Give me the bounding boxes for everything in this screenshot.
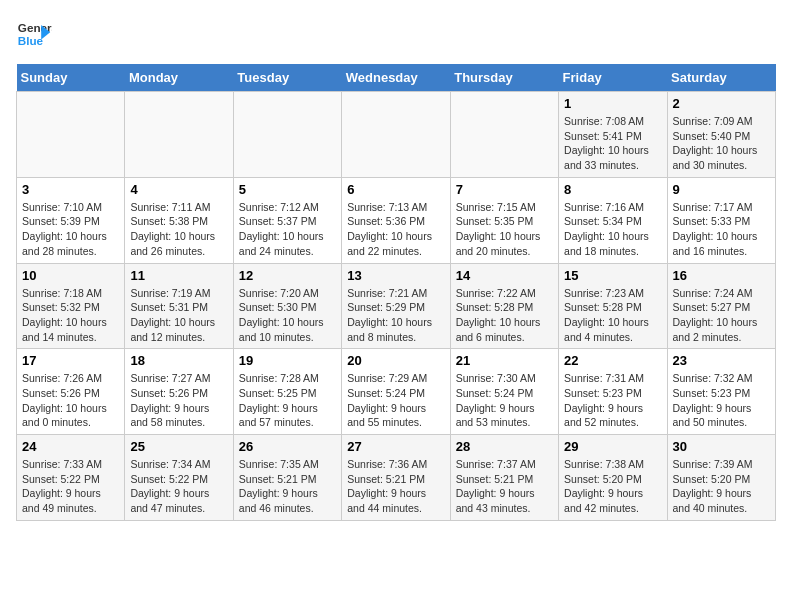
day-number: 13 — [347, 268, 444, 283]
calendar-cell: 24Sunrise: 7:33 AMSunset: 5:22 PMDayligh… — [17, 435, 125, 521]
calendar-cell: 23Sunrise: 7:32 AMSunset: 5:23 PMDayligh… — [667, 349, 775, 435]
calendar-cell: 5Sunrise: 7:12 AMSunset: 5:37 PMDaylight… — [233, 177, 341, 263]
calendar-cell: 12Sunrise: 7:20 AMSunset: 5:30 PMDayligh… — [233, 263, 341, 349]
day-detail: Sunrise: 7:24 AMSunset: 5:27 PMDaylight:… — [673, 286, 770, 345]
day-detail: Sunrise: 7:20 AMSunset: 5:30 PMDaylight:… — [239, 286, 336, 345]
day-number: 7 — [456, 182, 553, 197]
day-detail: Sunrise: 7:23 AMSunset: 5:28 PMDaylight:… — [564, 286, 661, 345]
calendar-cell — [450, 92, 558, 178]
day-detail: Sunrise: 7:08 AMSunset: 5:41 PMDaylight:… — [564, 114, 661, 173]
day-detail: Sunrise: 7:09 AMSunset: 5:40 PMDaylight:… — [673, 114, 770, 173]
day-detail: Sunrise: 7:33 AMSunset: 5:22 PMDaylight:… — [22, 457, 119, 516]
day-number: 2 — [673, 96, 770, 111]
day-number: 6 — [347, 182, 444, 197]
day-number: 29 — [564, 439, 661, 454]
calendar-cell: 6Sunrise: 7:13 AMSunset: 5:36 PMDaylight… — [342, 177, 450, 263]
day-detail: Sunrise: 7:19 AMSunset: 5:31 PMDaylight:… — [130, 286, 227, 345]
day-detail: Sunrise: 7:36 AMSunset: 5:21 PMDaylight:… — [347, 457, 444, 516]
calendar-cell: 9Sunrise: 7:17 AMSunset: 5:33 PMDaylight… — [667, 177, 775, 263]
day-header-monday: Monday — [125, 64, 233, 92]
day-number: 8 — [564, 182, 661, 197]
calendar-cell: 25Sunrise: 7:34 AMSunset: 5:22 PMDayligh… — [125, 435, 233, 521]
day-number: 28 — [456, 439, 553, 454]
calendar-cell: 18Sunrise: 7:27 AMSunset: 5:26 PMDayligh… — [125, 349, 233, 435]
day-detail: Sunrise: 7:37 AMSunset: 5:21 PMDaylight:… — [456, 457, 553, 516]
calendar-cell — [342, 92, 450, 178]
day-number: 26 — [239, 439, 336, 454]
calendar-body: 1Sunrise: 7:08 AMSunset: 5:41 PMDaylight… — [17, 92, 776, 521]
day-number: 20 — [347, 353, 444, 368]
day-number: 16 — [673, 268, 770, 283]
calendar-week-2: 3Sunrise: 7:10 AMSunset: 5:39 PMDaylight… — [17, 177, 776, 263]
day-number: 23 — [673, 353, 770, 368]
day-number: 15 — [564, 268, 661, 283]
calendar-cell: 26Sunrise: 7:35 AMSunset: 5:21 PMDayligh… — [233, 435, 341, 521]
day-detail: Sunrise: 7:12 AMSunset: 5:37 PMDaylight:… — [239, 200, 336, 259]
calendar-cell — [125, 92, 233, 178]
day-number: 18 — [130, 353, 227, 368]
calendar-table: SundayMondayTuesdayWednesdayThursdayFrid… — [16, 64, 776, 521]
day-number: 19 — [239, 353, 336, 368]
day-number: 21 — [456, 353, 553, 368]
day-number: 30 — [673, 439, 770, 454]
calendar-cell — [233, 92, 341, 178]
calendar-cell: 2Sunrise: 7:09 AMSunset: 5:40 PMDaylight… — [667, 92, 775, 178]
calendar-week-1: 1Sunrise: 7:08 AMSunset: 5:41 PMDaylight… — [17, 92, 776, 178]
calendar-cell: 14Sunrise: 7:22 AMSunset: 5:28 PMDayligh… — [450, 263, 558, 349]
logo: General Blue — [16, 16, 52, 52]
day-header-thursday: Thursday — [450, 64, 558, 92]
calendar-cell: 7Sunrise: 7:15 AMSunset: 5:35 PMDaylight… — [450, 177, 558, 263]
day-detail: Sunrise: 7:11 AMSunset: 5:38 PMDaylight:… — [130, 200, 227, 259]
day-number: 5 — [239, 182, 336, 197]
day-detail: Sunrise: 7:22 AMSunset: 5:28 PMDaylight:… — [456, 286, 553, 345]
calendar-header: SundayMondayTuesdayWednesdayThursdayFrid… — [17, 64, 776, 92]
day-number: 22 — [564, 353, 661, 368]
day-number: 27 — [347, 439, 444, 454]
calendar-cell: 15Sunrise: 7:23 AMSunset: 5:28 PMDayligh… — [559, 263, 667, 349]
day-number: 4 — [130, 182, 227, 197]
calendar-week-3: 10Sunrise: 7:18 AMSunset: 5:32 PMDayligh… — [17, 263, 776, 349]
day-detail: Sunrise: 7:39 AMSunset: 5:20 PMDaylight:… — [673, 457, 770, 516]
day-number: 11 — [130, 268, 227, 283]
calendar-cell: 1Sunrise: 7:08 AMSunset: 5:41 PMDaylight… — [559, 92, 667, 178]
day-number: 14 — [456, 268, 553, 283]
calendar-week-5: 24Sunrise: 7:33 AMSunset: 5:22 PMDayligh… — [17, 435, 776, 521]
calendar-cell: 21Sunrise: 7:30 AMSunset: 5:24 PMDayligh… — [450, 349, 558, 435]
calendar-cell — [17, 92, 125, 178]
calendar-cell: 27Sunrise: 7:36 AMSunset: 5:21 PMDayligh… — [342, 435, 450, 521]
calendar-cell: 10Sunrise: 7:18 AMSunset: 5:32 PMDayligh… — [17, 263, 125, 349]
day-header-tuesday: Tuesday — [233, 64, 341, 92]
calendar-cell: 22Sunrise: 7:31 AMSunset: 5:23 PMDayligh… — [559, 349, 667, 435]
calendar-cell: 17Sunrise: 7:26 AMSunset: 5:26 PMDayligh… — [17, 349, 125, 435]
day-detail: Sunrise: 7:27 AMSunset: 5:26 PMDaylight:… — [130, 371, 227, 430]
svg-text:Blue: Blue — [18, 34, 44, 47]
day-number: 17 — [22, 353, 119, 368]
day-detail: Sunrise: 7:18 AMSunset: 5:32 PMDaylight:… — [22, 286, 119, 345]
day-detail: Sunrise: 7:17 AMSunset: 5:33 PMDaylight:… — [673, 200, 770, 259]
day-number: 1 — [564, 96, 661, 111]
day-detail: Sunrise: 7:16 AMSunset: 5:34 PMDaylight:… — [564, 200, 661, 259]
day-detail: Sunrise: 7:35 AMSunset: 5:21 PMDaylight:… — [239, 457, 336, 516]
day-header-sunday: Sunday — [17, 64, 125, 92]
day-number: 25 — [130, 439, 227, 454]
day-detail: Sunrise: 7:15 AMSunset: 5:35 PMDaylight:… — [456, 200, 553, 259]
day-number: 10 — [22, 268, 119, 283]
day-header-friday: Friday — [559, 64, 667, 92]
day-detail: Sunrise: 7:29 AMSunset: 5:24 PMDaylight:… — [347, 371, 444, 430]
day-header-saturday: Saturday — [667, 64, 775, 92]
logo-icon: General Blue — [16, 16, 52, 52]
calendar-cell: 11Sunrise: 7:19 AMSunset: 5:31 PMDayligh… — [125, 263, 233, 349]
day-detail: Sunrise: 7:34 AMSunset: 5:22 PMDaylight:… — [130, 457, 227, 516]
calendar-cell: 19Sunrise: 7:28 AMSunset: 5:25 PMDayligh… — [233, 349, 341, 435]
day-number: 24 — [22, 439, 119, 454]
calendar-cell: 28Sunrise: 7:37 AMSunset: 5:21 PMDayligh… — [450, 435, 558, 521]
day-detail: Sunrise: 7:21 AMSunset: 5:29 PMDaylight:… — [347, 286, 444, 345]
calendar-cell: 20Sunrise: 7:29 AMSunset: 5:24 PMDayligh… — [342, 349, 450, 435]
day-detail: Sunrise: 7:32 AMSunset: 5:23 PMDaylight:… — [673, 371, 770, 430]
day-header-wednesday: Wednesday — [342, 64, 450, 92]
day-detail: Sunrise: 7:13 AMSunset: 5:36 PMDaylight:… — [347, 200, 444, 259]
day-detail: Sunrise: 7:26 AMSunset: 5:26 PMDaylight:… — [22, 371, 119, 430]
day-number: 9 — [673, 182, 770, 197]
day-detail: Sunrise: 7:38 AMSunset: 5:20 PMDaylight:… — [564, 457, 661, 516]
page-header: General Blue — [16, 16, 776, 52]
